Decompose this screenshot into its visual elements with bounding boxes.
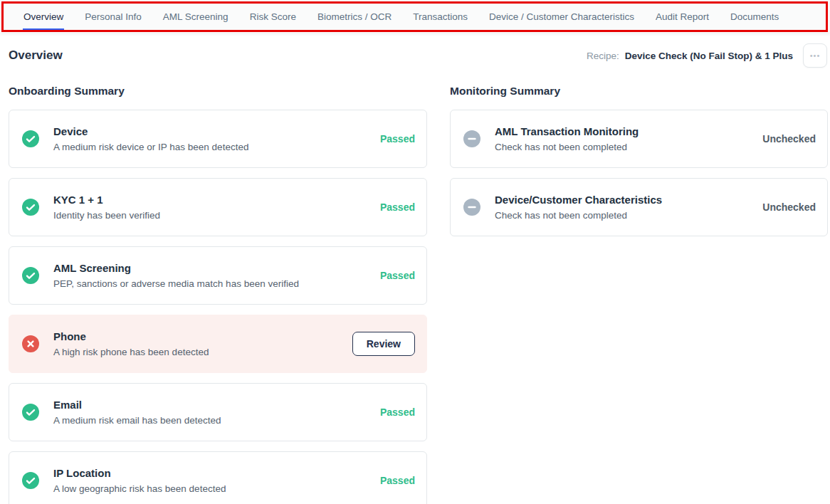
more-options-button[interactable]: ••• <box>803 43 827 68</box>
card-subtitle: A high risk phone has been detected <box>53 347 344 357</box>
tab-documents[interactable]: Documents <box>720 0 789 33</box>
tab-label: Audit Report <box>656 11 709 22</box>
recipe-value: Device Check (No Fail Stop) & 1 Plus <box>625 51 793 61</box>
recipe-label: Recipe: <box>587 51 619 61</box>
check-circle-icon <box>22 199 39 216</box>
tab-overview[interactable]: Overview <box>13 0 74 33</box>
status-badge: Passed <box>380 201 415 213</box>
card-aml-transaction-monitoring: AML Transaction Monitoring Check has not… <box>450 110 828 168</box>
card-subtitle: A low geographic risk has been detected <box>53 483 372 494</box>
tab-bar: Overview Personal Info AML Screening Ris… <box>0 0 830 33</box>
tab-label: AML Screening <box>163 11 228 22</box>
status-badge: Unchecked <box>762 133 816 145</box>
status-badge: Unchecked <box>762 201 816 213</box>
check-circle-icon <box>22 472 39 489</box>
tab-risk-score[interactable]: Risk Score <box>239 0 307 33</box>
card-title: Email <box>53 399 372 411</box>
card-subtitle: A medium risk device or IP has been dete… <box>53 142 372 152</box>
card-title: Device/Customer Characteristics <box>495 194 754 206</box>
card-ip-location: IP Location A low geographic risk has be… <box>9 451 427 504</box>
onboarding-summary-section: Onboarding Summary Device A medium risk … <box>9 68 427 504</box>
tab-transactions[interactable]: Transactions <box>402 0 478 33</box>
status-badge: Passed <box>380 475 415 486</box>
card-title: IP Location <box>53 467 372 479</box>
check-circle-icon <box>22 130 39 147</box>
tab-personal-info[interactable]: Personal Info <box>74 0 152 33</box>
card-subtitle: Check has not been completed <box>495 210 754 221</box>
ellipsis-icon: ••• <box>810 51 821 60</box>
page-header: Overview Recipe: Device Check (No Fail S… <box>0 33 830 68</box>
tab-biometrics-ocr[interactable]: Biometrics / OCR <box>307 0 402 33</box>
card-subtitle: Check has not been completed <box>495 142 754 152</box>
recipe-group: Recipe: Device Check (No Fail Stop) & 1 … <box>587 43 827 68</box>
x-circle-icon <box>22 335 39 352</box>
tab-label: Transactions <box>413 11 468 22</box>
card-subtitle: Identity has been verified <box>53 210 372 221</box>
status-badge: Passed <box>380 406 415 418</box>
card-title: Phone <box>53 330 344 342</box>
monitoring-summary-heading: Monitoring Summary <box>450 85 828 98</box>
main-content: Onboarding Summary Device A medium risk … <box>0 68 830 504</box>
card-subtitle: PEP, sanctions or adverse media match ha… <box>53 278 372 289</box>
card-device: Device A medium risk device or IP has be… <box>9 110 427 168</box>
card-title: KYC 1 + 1 <box>53 194 372 206</box>
minus-circle-icon <box>463 199 480 216</box>
onboarding-summary-heading: Onboarding Summary <box>9 85 427 98</box>
check-circle-icon <box>22 267 39 284</box>
tab-label: Personal Info <box>85 11 142 22</box>
page-title: Overview <box>9 48 63 63</box>
check-circle-icon <box>22 404 39 421</box>
status-badge: Passed <box>380 133 415 145</box>
tab-label: Biometrics / OCR <box>317 11 392 22</box>
review-button[interactable]: Review <box>352 332 415 356</box>
card-title: AML Transaction Monitoring <box>495 125 754 137</box>
tab-aml-screening[interactable]: AML Screening <box>152 0 239 33</box>
tab-label: Risk Score <box>250 11 296 22</box>
card-email: Email A medium risk email has been detec… <box>9 383 427 441</box>
tab-label: Device / Customer Characteristics <box>489 11 634 22</box>
card-device-customer-characteristics: Device/Customer Characteristics Check ha… <box>450 178 828 236</box>
card-aml-screening: AML Screening PEP, sanctions or adverse … <box>9 246 427 305</box>
tab-device-customer-characteristics[interactable]: Device / Customer Characteristics <box>478 0 645 33</box>
card-title: AML Screening <box>53 262 372 274</box>
tab-audit-report[interactable]: Audit Report <box>645 0 720 33</box>
status-badge: Passed <box>380 270 415 281</box>
card-phone: Phone A high risk phone has been detecte… <box>9 315 427 373</box>
tab-label: Overview <box>23 11 63 22</box>
minus-circle-icon <box>463 130 480 147</box>
card-title: Device <box>53 125 372 137</box>
card-kyc: KYC 1 + 1 Identity has been verified Pas… <box>9 178 427 236</box>
monitoring-summary-section: Monitoring Summary AML Transaction Monit… <box>450 68 828 504</box>
tab-label: Documents <box>730 11 779 22</box>
card-subtitle: A medium risk email has been detected <box>53 415 372 426</box>
